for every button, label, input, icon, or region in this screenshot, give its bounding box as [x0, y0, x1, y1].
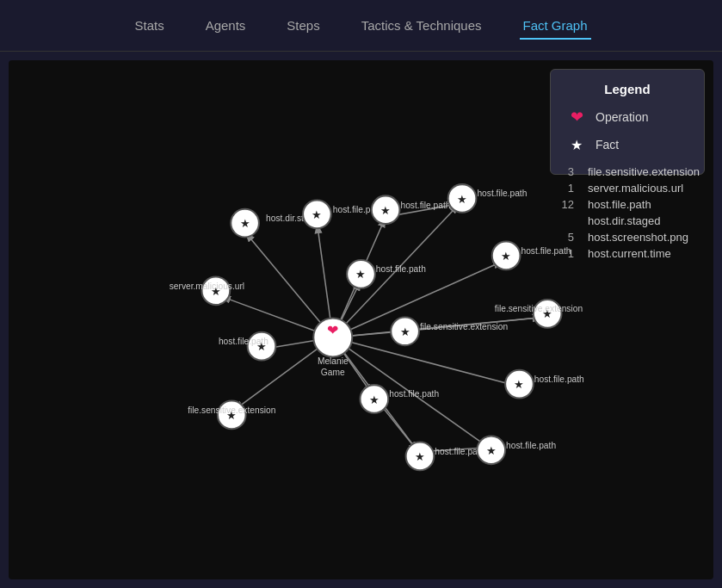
svg-text:★: ★ — [501, 250, 511, 263]
svg-text:server.malicious.url: server.malicious.url — [170, 282, 244, 291]
fact-count-number: 1 — [556, 180, 582, 196]
svg-text:Game: Game — [321, 368, 345, 377]
svg-text:Melanie: Melanie — [318, 356, 349, 366]
svg-text:★: ★ — [380, 204, 391, 217]
svg-text:★: ★ — [486, 444, 497, 457]
fact-count-number: 5 — [556, 229, 582, 245]
svg-text:host.file.path: host.file.path — [400, 201, 450, 210]
legend-box: Legend ❤ Operation ★ Fact — [550, 69, 705, 175]
fact-count-row: 12host.file.path — [556, 196, 705, 213]
nav-fact-graph[interactable]: Fact Graph — [520, 11, 591, 40]
main-area: ❤ Melanie Game ★ host.dir.staged ★ host.… — [9, 60, 713, 579]
nav-steps[interactable]: Steps — [283, 11, 323, 40]
fact-count-name: host.screenshot.png — [583, 229, 705, 245]
nav-tactics[interactable]: Tactics & Techniques — [358, 11, 485, 40]
legend-title: Legend — [566, 82, 688, 96]
star-icon: ★ — [566, 134, 587, 155]
svg-text:file.sensitive.extension: file.sensitive.extension — [188, 405, 276, 415]
fact-count-row: 5host.screenshot.png — [556, 229, 705, 245]
legend-fact: ★ Fact — [566, 134, 688, 155]
fact-count-name: server.malicious.url — [583, 180, 705, 196]
svg-text:★: ★ — [369, 393, 380, 406]
nav-agents[interactable]: Agents — [202, 11, 250, 40]
fact-count-number — [556, 213, 582, 229]
heart-icon: ❤ — [566, 107, 587, 127]
fact-count-name: host.current.time — [583, 245, 705, 262]
svg-text:file.sensitive.extension: file.sensitive.extension — [495, 304, 583, 313]
fact-count-number: 3 — [556, 164, 582, 180]
fact-count-row: host.dir.staged — [556, 213, 705, 229]
svg-text:★: ★ — [312, 208, 322, 221]
fact-count-name: file.sensitive.extension — [583, 164, 705, 180]
svg-text:host.file.path: host.file.path — [376, 264, 426, 274]
nav-stats[interactable]: Stats — [131, 11, 167, 40]
svg-text:★: ★ — [415, 450, 425, 463]
svg-text:★: ★ — [355, 268, 366, 281]
svg-text:★: ★ — [514, 378, 524, 391]
fact-count-name: host.dir.staged — [583, 213, 705, 229]
legend-fact-label: Fact — [595, 138, 619, 152]
legend-operation: ❤ Operation — [566, 107, 688, 127]
svg-text:★: ★ — [400, 325, 410, 338]
svg-text:file.sensitive.extension: file.sensitive.extension — [420, 322, 509, 331]
svg-text:host.file.path: host.file.path — [477, 189, 527, 198]
svg-text:host.file.path: host.file.path — [534, 374, 584, 384]
legend-operation-label: Operation — [595, 110, 648, 124]
svg-text:★: ★ — [240, 217, 250, 230]
svg-text:host.file.path: host.file.path — [506, 441, 556, 450]
svg-line-12 — [333, 337, 517, 386]
navbar: Stats Agents Steps Tactics & Techniques … — [0, 0, 722, 52]
svg-text:★: ★ — [457, 193, 467, 206]
svg-text:host.file.path: host.file.path — [219, 337, 268, 346]
fact-counts-table: 3file.sensitive.extension1server.malicio… — [556, 164, 705, 262]
svg-text:host.file.path: host.file.path — [389, 389, 439, 399]
fact-count-row: 3file.sensitive.extension — [556, 164, 705, 180]
fact-count-name: host.file.path — [583, 196, 705, 213]
fact-count-number: 1 — [556, 245, 582, 262]
fact-count-row: 1host.current.time — [556, 245, 705, 262]
fact-count-number: 12 — [556, 196, 582, 213]
fact-count-row: 1server.malicious.url — [556, 180, 705, 196]
svg-text:❤: ❤ — [327, 322, 338, 337]
